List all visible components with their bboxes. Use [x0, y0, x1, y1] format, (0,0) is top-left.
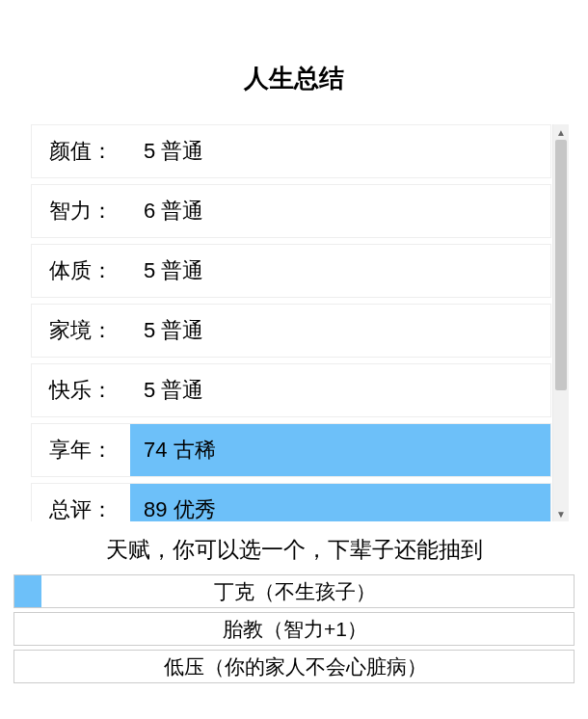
scrollbar[interactable]: ▲ ▼ — [552, 124, 569, 521]
scroll-down-icon[interactable]: ▼ — [553, 506, 569, 521]
stat-row-appearance: 颜值： 5 普通 — [31, 124, 551, 178]
stat-value: 89 优秀 — [130, 484, 550, 521]
stats-area: 颜值： 5 普通 智力： 6 普通 体质： 5 普通 家境： 5 普通 快乐： … — [19, 124, 569, 521]
stat-row-intelligence: 智力： 6 普通 — [31, 184, 551, 238]
stat-value: 5 普通 — [130, 125, 550, 177]
talent-label: 低压（你的家人不会心脏病） — [41, 651, 574, 682]
talent-option-low-pressure[interactable]: 低压（你的家人不会心脏病） — [13, 650, 575, 683]
stat-label: 家境： — [32, 305, 130, 357]
talent-list: 丁克（不生孩子） 胎教（智力+1） 低压（你的家人不会心脏病） — [13, 574, 575, 683]
stat-label: 总评： — [32, 484, 130, 521]
stat-row-happiness: 快乐： 5 普通 — [31, 363, 551, 417]
stat-row-age: 享年： 74 古稀 — [31, 423, 551, 477]
selected-indicator — [14, 613, 41, 645]
scrollbar-thumb[interactable] — [555, 140, 567, 390]
talent-option-dink[interactable]: 丁克（不生孩子） — [13, 574, 575, 608]
stat-value: 74 古稀 — [130, 424, 550, 476]
stat-value: 5 普通 — [130, 305, 550, 357]
talent-option-prenatal[interactable]: 胎教（智力+1） — [13, 612, 575, 646]
talent-label: 胎教（智力+1） — [41, 613, 574, 645]
selected-indicator — [14, 575, 41, 607]
stat-value: 5 普通 — [130, 364, 550, 416]
stat-row-constitution: 体质： 5 普通 — [31, 244, 551, 298]
stat-label: 体质： — [32, 245, 130, 297]
stat-row-overall: 总评： 89 优秀 — [31, 483, 551, 521]
stat-value: 5 普通 — [130, 245, 550, 297]
talent-label: 丁克（不生孩子） — [41, 575, 574, 607]
stats-list: 颜值： 5 普通 智力： 6 普通 体质： 5 普通 家境： 5 普通 快乐： … — [31, 124, 551, 521]
stat-row-family: 家境： 5 普通 — [31, 304, 551, 358]
page-title: 人生总结 — [0, 0, 588, 124]
scroll-up-icon[interactable]: ▲ — [553, 124, 569, 140]
talent-hint: 天赋，你可以选一个，下辈子还能抽到 — [0, 535, 588, 565]
selected-indicator — [14, 651, 41, 682]
summary-screen: 人生总结 颜值： 5 普通 智力： 6 普通 体质： 5 普通 家境： 5 普通… — [0, 0, 588, 719]
stat-label: 颜值： — [32, 125, 130, 177]
stat-label: 享年： — [32, 424, 130, 476]
stat-label: 快乐： — [32, 364, 130, 416]
stat-label: 智力： — [32, 185, 130, 237]
stat-value: 6 普通 — [130, 185, 550, 237]
